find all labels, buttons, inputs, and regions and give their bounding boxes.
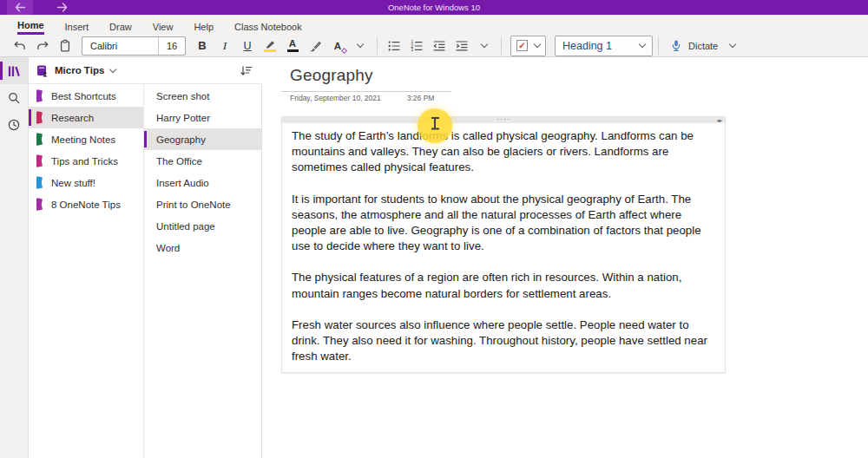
dictate-label: Dictate — [688, 41, 718, 51]
clear-formatting-button[interactable]: A — [326, 36, 349, 56]
page-date: Friday, September 10, 2021 — [290, 94, 381, 102]
page-canvas[interactable]: Geography Friday, September 10, 2021 3:2… — [262, 57, 868, 458]
title-bar: OneNote for Windows 10 — [0, 0, 868, 15]
page-time: 3:26 PM — [407, 94, 435, 102]
tab-view[interactable]: View — [142, 18, 184, 35]
page-item-the-office[interactable]: The Office — [144, 150, 261, 172]
format-painter-icon — [308, 39, 322, 53]
decrease-indent-button[interactable] — [428, 36, 450, 56]
redo-icon — [36, 39, 49, 53]
more-lists-button[interactable] — [473, 36, 496, 56]
drag-dots-icon: ···· — [496, 117, 510, 121]
increase-indent-icon — [455, 39, 469, 53]
page-item-harry-potter[interactable]: Harry Potter — [144, 107, 261, 128]
page-item-word[interactable]: Word — [144, 237, 261, 258]
search-icon — [7, 91, 21, 105]
italic-button[interactable]: I — [214, 36, 236, 56]
rail-recent-notes-button[interactable] — [0, 111, 28, 138]
numbered-list-icon: 1 2 3 — [410, 39, 424, 53]
section-item-research[interactable]: Research — [29, 107, 143, 128]
chevron-down-icon — [729, 41, 736, 48]
undo-icon — [13, 39, 27, 53]
microphone-icon — [669, 39, 683, 53]
tab-help[interactable]: Help — [183, 18, 224, 35]
forward-button[interactable] — [49, 0, 75, 15]
rail-notebooks-button[interactable] — [0, 57, 28, 84]
section-tab-icon — [36, 198, 43, 211]
onenote-app: OneNote for Windows 10 Home Insert Draw … — [0, 0, 868, 458]
paragraph[interactable]: It is important for students to know abo… — [292, 192, 714, 255]
ribbon: Home Insert Draw View Help Class Noteboo… — [0, 15, 868, 57]
numbered-list-button[interactable]: 1 2 3 — [405, 36, 428, 56]
underline-button[interactable]: U — [236, 36, 259, 56]
text-cursor-icon — [431, 117, 439, 129]
highlighter-button[interactable] — [259, 36, 281, 56]
resize-arrows-icon[interactable]: ◂▸ — [716, 117, 722, 123]
section-item-new-stuff[interactable]: New stuff! — [29, 172, 143, 193]
section-list: Best Shortcuts Research Meeting Notes Ti… — [29, 84, 144, 458]
font-size-select[interactable]: 16 — [159, 37, 185, 55]
page-item-insert-audio[interactable]: Insert Audio — [144, 172, 261, 193]
todo-tag-group: ✓ — [510, 36, 546, 56]
section-tab-icon — [36, 89, 43, 102]
tag-dropdown-button[interactable] — [534, 41, 541, 48]
tab-draw[interactable]: Draw — [99, 18, 142, 35]
font-color-button[interactable]: A — [281, 36, 304, 56]
chevron-down-icon — [639, 41, 646, 48]
undo-button[interactable] — [9, 36, 31, 56]
menu-bar: Home Insert Draw View Help Class Noteboo… — [0, 15, 868, 35]
more-formatting-button[interactable] — [349, 36, 372, 56]
section-tab-icon — [36, 154, 43, 167]
paragraph[interactable]: The study of Earth’s landforms is called… — [292, 128, 714, 176]
font-name-select[interactable]: Calibri — [82, 37, 159, 55]
svg-text:3: 3 — [411, 47, 413, 52]
page-item-geography[interactable]: Geography — [144, 128, 261, 150]
forward-arrow-icon — [56, 3, 68, 12]
tab-class-notebook[interactable]: Class Notebook — [224, 18, 312, 35]
toolbar-separator — [377, 37, 378, 55]
note-drag-handle[interactable]: ···· ◂▸ — [282, 117, 725, 123]
note-text-area[interactable]: The study of Earth’s landforms is called… — [282, 123, 725, 372]
dictate-button[interactable]: Dictate — [669, 39, 735, 53]
back-arrow-icon — [15, 3, 26, 12]
bullet-list-icon — [387, 39, 401, 53]
page-item-print-to-onenote[interactable]: Print to OneNote — [144, 193, 261, 215]
paragraph[interactable]: Fresh water sources also influence where… — [292, 317, 714, 365]
notebook-panes: Micro Tips Best Shortcuts — [29, 57, 262, 458]
format-painter-button[interactable] — [304, 36, 326, 56]
sort-pages-button[interactable] — [238, 61, 255, 80]
click-highlight-indicator — [418, 108, 452, 143]
page-item-screen-shot[interactable]: Screen shot — [144, 85, 261, 107]
note-container[interactable]: ···· ◂▸ The study of Earth’s landforms i… — [281, 116, 726, 373]
page-list: Screen shot Harry Potter Geography The O… — [144, 84, 262, 458]
section-item-meeting-notes[interactable]: Meeting Notes — [29, 128, 143, 150]
chevron-down-icon — [357, 41, 364, 48]
bullet-list-button[interactable] — [383, 36, 405, 56]
back-button[interactable] — [7, 0, 33, 15]
notebook-name: Micro Tips — [55, 65, 104, 75]
chevron-down-icon — [109, 65, 116, 72]
rail-search-button[interactable] — [0, 84, 28, 111]
page-datetime: Friday, September 10, 2021 3:26 PM — [290, 94, 434, 102]
toolbar-separator — [658, 37, 659, 55]
style-dropdown[interactable]: Heading 1 — [555, 36, 653, 56]
tab-home[interactable]: Home — [7, 16, 55, 35]
clear-formatting-diamond-icon — [341, 47, 347, 53]
page-item-untitled-page[interactable]: Untitled page — [144, 215, 261, 237]
notebook-switcher[interactable]: Micro Tips — [36, 64, 238, 77]
check-icon: ✓ — [518, 42, 525, 50]
section-item-tips-and-tricks[interactable]: Tips and Tricks — [29, 150, 143, 172]
page-title[interactable]: Geography — [290, 66, 451, 85]
redo-button[interactable] — [31, 36, 54, 56]
page-title-block[interactable]: Geography — [281, 66, 451, 92]
tab-insert[interactable]: Insert — [55, 18, 100, 35]
bold-button[interactable]: B — [191, 36, 214, 56]
books-icon — [7, 64, 22, 78]
todo-tag-button[interactable]: ✓ — [516, 40, 528, 51]
increase-indent-button[interactable] — [450, 36, 473, 56]
paragraph[interactable]: The physical features of a region are of… — [292, 270, 714, 301]
font-color-icon: A — [287, 39, 299, 53]
section-item-best-shortcuts[interactable]: Best Shortcuts — [29, 85, 143, 107]
paste-button[interactable] — [54, 36, 76, 56]
section-item-8-onenote-tips[interactable]: 8 OneNote Tips — [29, 193, 143, 215]
